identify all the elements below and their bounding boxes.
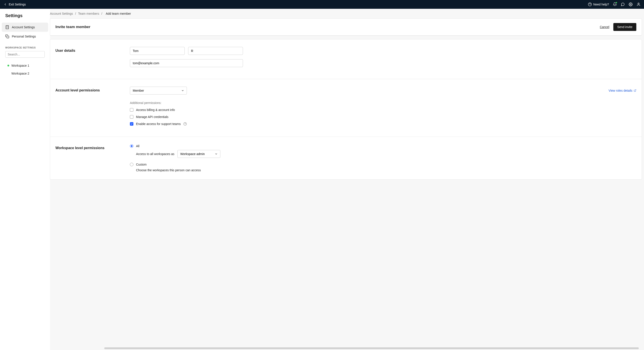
svg-rect-11 [7, 36, 9, 38]
radio-label: All [136, 144, 140, 148]
notifications-button[interactable] [613, 2, 617, 7]
radio-all[interactable]: All [130, 144, 636, 148]
svg-point-2 [630, 4, 631, 5]
checkbox-label: Access billing & account info [136, 108, 175, 112]
account-permissions-section: Account level permissions Member View ro… [50, 79, 642, 137]
email-input[interactable] [130, 59, 243, 67]
sidebar-item-label: Personal Settings [12, 35, 36, 38]
section-title: User details [56, 47, 130, 72]
gear-icon[interactable] [629, 3, 632, 6]
user-icon[interactable] [636, 3, 640, 6]
scrollbar-thumb[interactable] [104, 347, 639, 349]
workspace-item[interactable]: Workspace 1 [2, 62, 48, 70]
workspace-permissions-section: Workspace level permissions All Access t… [50, 137, 642, 180]
workspace-item[interactable]: Workspace 2 [2, 70, 48, 77]
active-dot-icon [8, 65, 9, 66]
last-name-input[interactable] [188, 47, 243, 55]
chat-icon[interactable] [621, 3, 625, 6]
checkbox-label: Manage API credentials [136, 115, 168, 119]
sidebar-item-label: Account Settings [12, 26, 35, 29]
topbar: Exit Settings Need help? [0, 0, 644, 9]
sidebar: Settings Account Settings Personal Setti… [0, 9, 50, 350]
exit-settings-label: Exit Settings [9, 3, 26, 6]
main-content: Account Settings / Team members / Add te… [50, 9, 644, 350]
invite-card: Invite team member Cancel Send invite [50, 19, 642, 36]
radio-label: Custom [136, 163, 146, 166]
need-help-label: Need help? [593, 3, 609, 6]
check-icon [130, 123, 133, 125]
api-checkbox-row[interactable]: Manage API credentials [130, 115, 636, 119]
notification-dot [616, 2, 617, 4]
horizontal-scrollbar[interactable] [102, 347, 640, 349]
all-workspaces-desc-row: Access to all workspaces as Workspace ad… [136, 150, 636, 158]
checkbox-icon [130, 108, 134, 112]
sidebar-item-account-settings[interactable]: Account Settings [2, 23, 48, 32]
sidebar-item-personal-settings[interactable]: Personal Settings [2, 32, 48, 41]
form-card: User details Account level permissions [50, 39, 642, 180]
page-title: Invite team member [56, 25, 90, 29]
workspace-name: Workspace 2 [12, 72, 29, 75]
topbar-right: Need help? [588, 2, 640, 7]
need-help-button[interactable]: Need help? [588, 3, 609, 6]
user-details-section: User details [50, 40, 642, 79]
cancel-button[interactable]: Cancel [600, 25, 610, 29]
custom-desc-text: Choose the workspaces this person can ac… [136, 168, 636, 172]
svg-point-3 [638, 3, 639, 4]
radio-icon [130, 144, 134, 148]
billing-checkbox-row[interactable]: Access billing & account info [130, 108, 636, 112]
first-name-input[interactable] [130, 47, 185, 55]
checkbox-icon [130, 115, 134, 119]
svg-line-12 [635, 90, 636, 91]
copy-icon [5, 35, 9, 38]
svg-rect-4 [6, 26, 8, 29]
role-select[interactable]: Member [130, 87, 187, 95]
card-header: Invite team member Cancel Send invite [50, 19, 642, 36]
external-link-icon [634, 89, 636, 92]
sidebar-title: Settings [2, 13, 48, 23]
section-title: Account level permissions [56, 87, 130, 129]
additional-permissions-label: Additional permissions: [130, 101, 636, 105]
view-roles-link[interactable]: View roles details [608, 89, 636, 92]
breadcrumb: Account Settings / Team members / Add te… [50, 9, 642, 19]
help-circle-icon [588, 3, 592, 6]
building-icon [5, 25, 9, 29]
workspace-name: Workspace 1 [12, 64, 29, 67]
radio-custom[interactable]: Custom [130, 163, 636, 166]
workspace-role-select[interactable]: Workspace admin [178, 150, 220, 158]
help-circle-icon[interactable] [183, 122, 187, 126]
breadcrumb-current: Add team member [106, 12, 131, 15]
support-checkbox-row[interactable]: Enable access for support teams [130, 122, 636, 126]
send-invite-button[interactable]: Send invite [613, 23, 636, 31]
checkbox-icon [130, 122, 134, 126]
exit-settings-button[interactable]: Exit Settings [4, 3, 26, 6]
workspace-settings-label: WORKSPACE SETTINGS [2, 41, 48, 51]
checkbox-label: Enable access for support teams [136, 122, 181, 126]
workspace-search-input[interactable] [5, 51, 45, 58]
radio-icon [130, 163, 134, 166]
breadcrumb-link[interactable]: Team members [78, 12, 99, 15]
breadcrumb-link[interactable]: Account Settings [50, 12, 73, 15]
all-desc-text: Access to all workspaces as [136, 152, 174, 156]
section-title: Workspace level permissions [56, 144, 130, 172]
chevron-left-icon [4, 3, 7, 6]
